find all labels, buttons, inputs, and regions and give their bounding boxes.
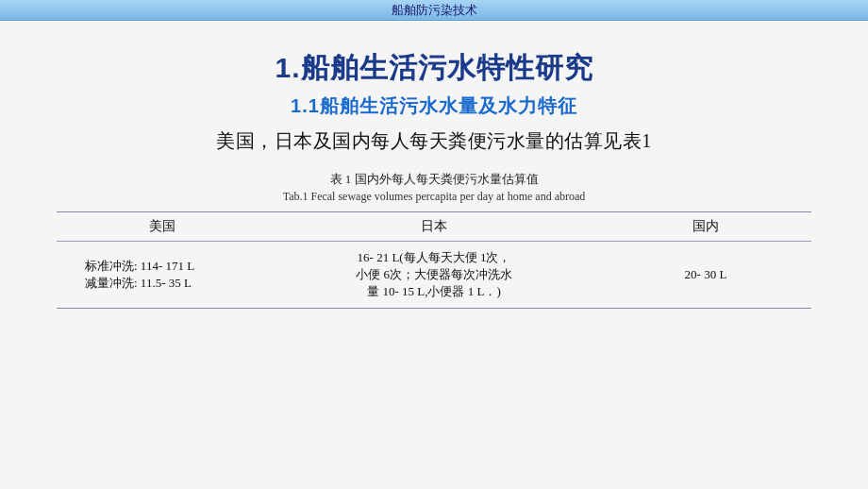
table-data-row: 标准冲洗: 114- 171 L 减量冲洗: 11.5- 35 L 16- 21…: [57, 242, 811, 309]
header-china: 国内: [600, 212, 811, 242]
japan-data: 16- 21 L(每人每天大便 1次， 小便 6次；大便器每次冲洗水 量 10-…: [268, 242, 600, 309]
header-usa: 美国: [57, 212, 268, 242]
usa-data: 标准冲洗: 114- 171 L 减量冲洗: 11.5- 35 L: [57, 242, 268, 309]
sub-title: 1.1船舶生活污水水量及水力特征: [57, 93, 811, 119]
data-table: 美国 日本 国内 标准冲洗: 114- 171 L 减量冲洗: 11.5- 35…: [57, 211, 811, 309]
main-title: 1.船舶生活污水特性研究: [57, 49, 811, 88]
description: 美国，日本及国内每人每天粪便污水量的估算见表1: [57, 128, 811, 154]
header-japan: 日本: [268, 212, 600, 242]
table-caption-en: Tab.1 Fecal sewage volumes percapita per…: [57, 190, 811, 204]
top-bar: 船舶防污染技术: [0, 0, 868, 21]
table-caption-zh: 表 1 国内外每人每天粪便污水量估算值: [57, 171, 811, 188]
top-bar-title: 船舶防污染技术: [392, 2, 477, 19]
main-content: 1.船舶生活污水特性研究 1.1船舶生活污水水量及水力特征 美国，日本及国内每人…: [0, 21, 868, 489]
table-header-row: 美国 日本 国内: [57, 212, 811, 242]
china-data: 20- 30 L: [600, 242, 811, 309]
